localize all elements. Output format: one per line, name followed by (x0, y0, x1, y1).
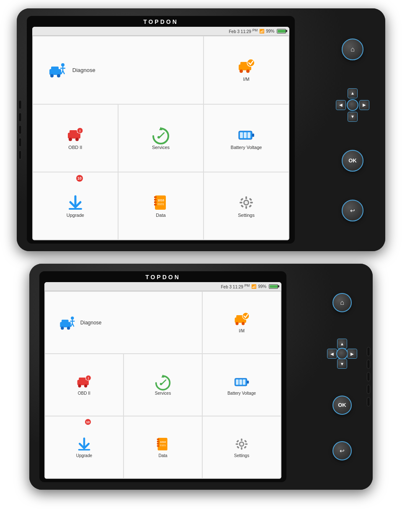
upgrade-badge: 10 (76, 175, 83, 182)
battery-fill-2 (270, 285, 277, 288)
battery-icon (277, 29, 286, 33)
battery-voltage-label: Battery Voltage (231, 145, 262, 150)
grip-dot (18, 138, 22, 147)
services-icon-2 (154, 374, 172, 389)
svg-rect-31 (154, 199, 157, 200)
left-grips (17, 100, 22, 159)
svg-rect-71 (240, 380, 242, 385)
svg-rect-1 (51, 67, 59, 70)
svg-point-21 (157, 136, 160, 139)
dpad-center-2 (336, 348, 348, 360)
home-button[interactable]: ⌂ (342, 39, 363, 60)
data-icon: 1010 0101 (151, 194, 171, 211)
svg-text:1010: 1010 (157, 199, 164, 202)
home-button-2[interactable]: ⌂ (332, 293, 352, 312)
battery-percent-2: 99% (258, 284, 266, 289)
im-label: I/M (243, 77, 249, 82)
svg-point-59 (242, 313, 249, 319)
controls-panel: ⌂ ▲ ◀ ▶ ▼ OK ↩ (327, 16, 378, 244)
svg-point-62 (78, 385, 81, 388)
ok-button[interactable]: OK (342, 150, 363, 172)
settings-icon (236, 194, 256, 211)
battery-percent: 99% (266, 29, 274, 33)
battery-fill (278, 30, 285, 33)
menu-item-battery[interactable]: Battery Voltage (204, 104, 289, 172)
menu-item-im-2[interactable]: I/M (202, 291, 281, 354)
svg-rect-87 (245, 443, 247, 445)
upgrade-label-2: Upgrade (76, 453, 92, 458)
dpad-down-button-2[interactable]: ▼ (337, 359, 347, 369)
screen-bezel-2: TOPDON Feb 3 11:29 PM 📶 99% (39, 271, 286, 482)
svg-point-11 (240, 69, 243, 73)
svg-rect-74 (78, 449, 90, 451)
status-date-time: Feb 3 11:29 PM (229, 28, 258, 34)
back-button[interactable]: ↩ (342, 200, 363, 221)
dpad-left-button[interactable]: ◀ (336, 100, 346, 110)
status-bar: Feb 3 11:29 PM 📶 99% (32, 27, 289, 36)
svg-point-3 (57, 74, 60, 77)
im-icon (236, 58, 256, 75)
menu-item-upgrade-2[interactable]: 10 Upgrade (45, 416, 124, 478)
svg-point-16 (69, 138, 72, 141)
menu-item-obdii[interactable]: ! OBD II (33, 104, 118, 172)
dpad-up-button[interactable]: ▲ (348, 88, 358, 98)
right-grips-2 (367, 347, 370, 406)
grip-dot (18, 125, 22, 134)
dpad-right-button[interactable]: ▶ (359, 100, 369, 110)
device-1: TOPDON Feb 3 11:29 PM 📶 99% (17, 8, 385, 251)
menu-item-diagnose[interactable]: Diagnose (33, 36, 204, 104)
grip-dot (367, 360, 370, 369)
upgrade-label: Upgrade (67, 213, 84, 218)
svg-rect-79 (157, 445, 159, 447)
menu-item-services-2[interactable]: Services (124, 354, 202, 416)
dpad-left-button-2[interactable]: ◀ (327, 349, 337, 359)
menu-item-settings[interactable]: Settings (204, 172, 289, 240)
dpad-center (347, 99, 358, 111)
data-label-2: Data (158, 453, 167, 458)
svg-point-37 (245, 201, 248, 204)
menu-grid: Diagnose (32, 36, 289, 240)
menu-item-services[interactable]: Services (118, 104, 204, 172)
svg-rect-70 (236, 380, 238, 385)
dpad-down-button[interactable]: ▼ (348, 112, 358, 122)
menu-item-im[interactable]: I/M (204, 36, 289, 104)
svg-rect-85 (241, 447, 242, 450)
data-label: Data (156, 213, 165, 218)
svg-point-48 (61, 326, 64, 329)
svg-text:0101: 0101 (160, 444, 166, 447)
menu-item-data-2[interactable]: 1010 0101 Data (124, 416, 202, 478)
dpad-right-button-2[interactable]: ▶ (347, 349, 357, 359)
wifi-icon-2: 📶 (251, 284, 256, 289)
obdii-label: OBD II (68, 145, 82, 150)
settings-label-2: Settings (234, 453, 249, 458)
grip-dot (367, 385, 370, 394)
back-button-2[interactable]: ↩ (332, 441, 352, 460)
menu-item-data[interactable]: 1010 0101 Data (118, 172, 204, 240)
svg-point-2 (50, 74, 54, 77)
svg-rect-91 (244, 446, 247, 449)
ok-button-2[interactable]: OK (332, 396, 352, 415)
dpad-up-button-2[interactable]: ▲ (337, 339, 347, 349)
svg-line-8 (63, 71, 64, 74)
menu-item-obdii-2[interactable]: ! OBD II (45, 354, 124, 416)
menu-item-upgrade[interactable]: 10 Upgrade (33, 172, 118, 240)
menu-item-diagnose-2[interactable]: Diagnose (45, 291, 202, 354)
grip-dot (367, 347, 370, 356)
svg-point-12 (246, 69, 250, 73)
svg-rect-15 (70, 130, 77, 134)
battery-voltage-label-2: Battery Voltage (227, 391, 256, 396)
svg-rect-42 (240, 198, 244, 201)
battery-icon-2 (269, 284, 278, 289)
controls-panel-2: ⌂ ▲ ◀ ▶ ▼ OK ↩ (319, 271, 365, 482)
data-icon-2: 1010 0101 (154, 437, 172, 452)
svg-point-13 (247, 59, 255, 67)
menu-item-settings-2[interactable]: Settings (202, 416, 281, 478)
svg-rect-77 (157, 441, 159, 442)
services-label: Services (152, 145, 170, 150)
svg-rect-88 (236, 440, 239, 443)
svg-rect-26 (247, 132, 250, 138)
svg-point-58 (242, 322, 245, 325)
battery-voltage-icon (236, 126, 256, 143)
menu-item-battery-2[interactable]: Battery Voltage (202, 354, 281, 416)
grip-dot (18, 113, 22, 122)
